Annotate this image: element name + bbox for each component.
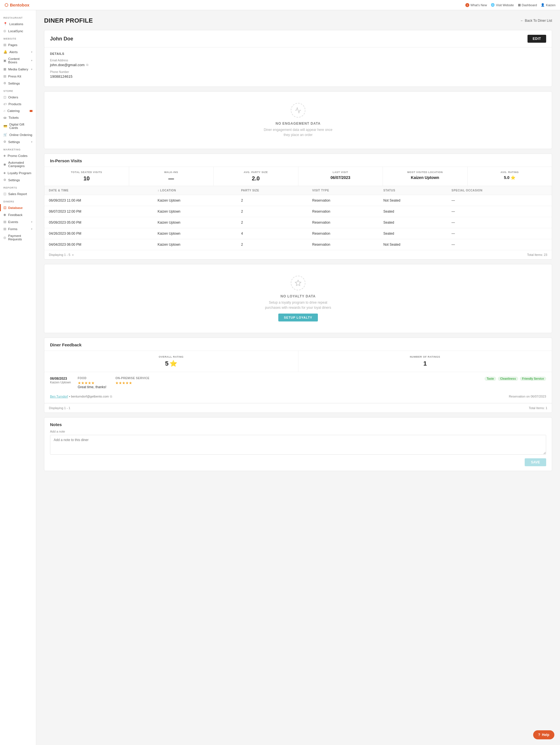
sidebar-item-orders[interactable]: ◫ Orders — [0, 94, 36, 101]
feedback-footer: Ben Turndorf • benturndorf@getbento.com … — [50, 394, 546, 398]
sidebar-item-automated-campaigns[interactable]: ◉ Automated Campaigns — [0, 159, 36, 169]
stat-avg-party: AVG. PARTY SIZE 2.0 — [214, 167, 299, 186]
sidebar-item-label: Media Gallery — [8, 68, 28, 71]
sidebar-item-feedback[interactable]: ◉ Feedback — [0, 211, 36, 218]
stat-label: AVG. RATING — [472, 171, 548, 173]
col-status: STATUS — [379, 186, 447, 195]
diner-name: John Doe — [50, 36, 73, 42]
sidebar-item-alerts[interactable]: 🔔 Alerts ▾ — [0, 48, 36, 56]
cell-date: 05/09/2023 05:00 PM — [44, 217, 153, 228]
stat-label: LAST VISIT — [303, 171, 378, 173]
arrow-left-icon: ← — [520, 19, 524, 23]
sidebar-item-promo-codes[interactable]: ◈ Promo Codes — [0, 152, 36, 159]
cell-date: 04/04/2023 06:00 PM — [44, 239, 153, 250]
payment-icon: ◎ — [3, 236, 6, 239]
sidebar-item-label: Tickets — [8, 116, 19, 119]
sidebar-item-loyalty-program[interactable]: ◈ Loyalty Program — [0, 169, 36, 176]
logo-text: Bentobox — [10, 3, 29, 7]
help-label: Help — [542, 733, 549, 737]
on-premise-rating-group: ON-PREMISE SERVICE ★★★★★ — [115, 377, 149, 391]
cell-date: 06/09/2023 11:00 AM — [44, 195, 153, 206]
tag-friendly-service: Friendly Service — [520, 377, 546, 381]
sidebar-item-media-gallery[interactable]: ▦ Media Gallery ▾ — [0, 66, 36, 73]
sidebar-item-products[interactable]: 🏷 Products — [0, 101, 36, 107]
sidebar-item-pages[interactable]: ▤ Pages — [0, 41, 36, 48]
marketing-section-label: MARKETING — [0, 145, 36, 152]
copy-email-icon[interactable]: ⧉ — [110, 395, 112, 398]
account-button[interactable]: 👤 Kaizen — [541, 3, 556, 7]
sidebar-item-label: Database — [8, 206, 23, 209]
feedback-tags: Taste Cleanliness Friendly Service — [485, 377, 546, 381]
cell-location: Kaizen Uptown — [153, 228, 237, 239]
cell-occasion: — — [447, 206, 552, 217]
feedback-displaying: Displaying 1 - 1 — [49, 406, 70, 410]
sidebar-item-sales-report[interactable]: ◫ Sales Report — [0, 190, 36, 197]
page-header: DINER PROFILE ← Back To Diner List — [44, 17, 552, 24]
cell-status: Not Seated — [379, 195, 447, 206]
sidebar-item-label: Feedback — [8, 213, 23, 217]
catering-icon: ⑁ — [3, 109, 5, 112]
cell-date: 06/07/2023 12:00 PM — [44, 206, 153, 217]
col-date-time: DATE & TIME — [44, 186, 153, 195]
sidebar-item-label: Locations — [9, 22, 23, 26]
sidebar-item-tickets[interactable]: 🎟 Tickets — [0, 114, 36, 121]
feedback-date-location: 06/08/2023 Kaizen Uptown — [50, 377, 71, 384]
website-section-label: WEBSITE — [0, 34, 36, 41]
save-notes-button[interactable]: SAVE — [525, 458, 546, 466]
cell-status: Not Seated — [379, 239, 447, 250]
sidebar-item-website-settings[interactable]: ⚙ Settings — [0, 80, 36, 87]
dashboard-button[interactable]: ▦ Dashboard — [518, 3, 537, 7]
sidebar-item-online-ordering[interactable]: 🛒 Online Ordering — [0, 131, 36, 138]
notes-title: Notes — [50, 422, 546, 427]
sidebar-item-marketing-settings[interactable]: ⚙ Settings — [0, 176, 36, 184]
next-page-icon[interactable]: » — [72, 253, 74, 256]
sidebar-item-events[interactable]: ▤ Events ▾ — [0, 218, 36, 225]
sidebar-item-database[interactable]: ◫ Database — [0, 204, 36, 211]
stat-most-visited: MOST VISITED LOCATION Kaizen Uptown — [383, 167, 467, 186]
engagement-icon — [291, 103, 306, 118]
visit-website-button[interactable]: 🌐 Visit Website — [491, 3, 514, 7]
table-row: 04/04/2023 06:00 PM Kaizen Uptown 2 Rese… — [44, 239, 552, 250]
sidebar-item-locations[interactable]: 📍 Locations — [0, 20, 36, 27]
cell-party: 2 — [237, 217, 308, 228]
logo-icon: ⬡ — [4, 3, 8, 8]
diner-card: John Doe EDIT DETAILS Email Address john… — [44, 30, 552, 87]
loyalty-icon: ◈ — [3, 171, 6, 175]
on-premise-label: ON-PREMISE SERVICE — [115, 377, 149, 380]
feedback-date: 06/08/2023 — [50, 377, 71, 381]
no-engagement-content: NO ENGAGEMENT DATA Diner engagement data… — [44, 92, 552, 149]
help-button[interactable]: ? Help — [533, 730, 554, 739]
cell-location: Kaizen Uptown — [153, 206, 237, 217]
sidebar-item-label: Press Kit — [8, 75, 21, 78]
notification-badge: 1 — [465, 3, 469, 7]
visits-table: DATE & TIME ↕ LOCATION PARTY SIZE VISIT … — [44, 186, 552, 250]
table-row: 05/09/2023 05:00 PM Kaizen Uptown 2 Rese… — [44, 217, 552, 228]
sidebar-item-localsync[interactable]: ◎ LocalSync — [0, 27, 36, 34]
feedback-ratings: FOOD ★★★★★ Great time, thanks! ON-PREMIS… — [78, 377, 478, 391]
reviewer-name-link[interactable]: Ben Turndorf — [50, 395, 68, 398]
topbar-right: 1 What's New 🌐 Visit Website ▦ Dashboard… — [465, 3, 556, 7]
cell-occasion: — — [447, 217, 552, 228]
sidebar-item-label: LocalSync — [8, 29, 23, 33]
setup-loyalty-button[interactable]: SETUP LOYALTY — [278, 314, 318, 321]
sidebar-item-catering[interactable]: ⑁ Catering — [0, 107, 36, 114]
copy-icon[interactable]: ⧉ — [86, 63, 89, 67]
sidebar-item-press-kit[interactable]: ▤ Press Kit — [0, 73, 36, 80]
feedback-comment: Great time, thanks! — [78, 385, 106, 389]
sidebar-item-store-settings[interactable]: ⚙ Settings ▾ — [0, 138, 36, 145]
sidebar-item-digital-gift-cards[interactable]: 💳 Digital Gift Cards — [0, 121, 36, 131]
stat-value: — — [134, 175, 209, 182]
whats-new-button[interactable]: 1 What's New — [465, 3, 487, 7]
sidebar-item-forms[interactable]: ▤ Forms ▾ — [0, 225, 36, 232]
no-engagement-desc: Diner engagement data will appear here o… — [261, 127, 335, 137]
sidebar-item-content-boxes[interactable]: ▣ Content Boxes ▾ — [0, 56, 36, 66]
notes-textarea[interactable] — [50, 435, 546, 455]
diners-section-label: DINERS — [0, 197, 36, 204]
edit-button[interactable]: EDIT — [527, 35, 546, 43]
sidebar-item-payment-requests[interactable]: ◎ Payment Requests — [0, 232, 36, 242]
sidebar-item-label: Promo Codes — [8, 154, 27, 158]
cell-type: Reservation — [308, 206, 379, 217]
col-special-occasion: SPECIAL OCCASION — [447, 186, 552, 195]
email-label: Email Address — [50, 59, 546, 62]
back-to-diner-list-link[interactable]: ← Back To Diner List — [520, 19, 552, 23]
